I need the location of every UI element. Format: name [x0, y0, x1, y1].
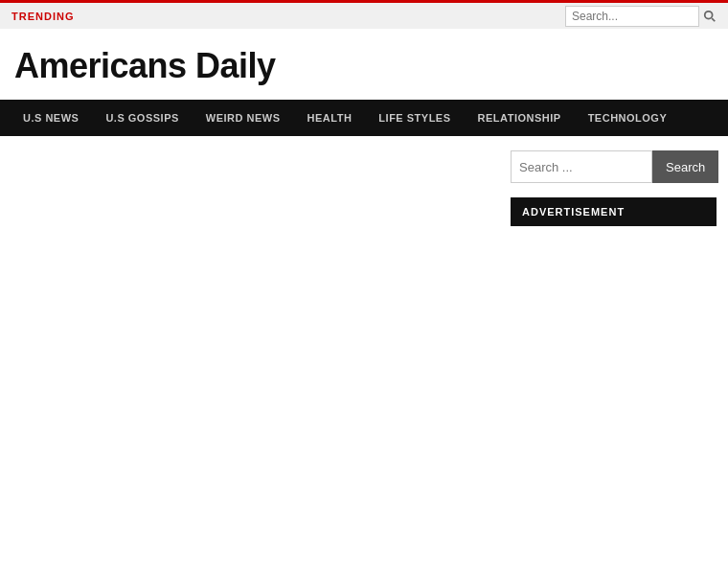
- nav-item-health[interactable]: HEALTH: [294, 100, 366, 136]
- trending-label: TRENDING: [11, 11, 74, 22]
- top-search-form: [565, 6, 717, 27]
- main-nav: U.S NEWSU.S GOSSIPSWEIRD NEWSHEALTHLIFE …: [0, 100, 728, 136]
- sidebar: Search ADVERTISEMENT: [511, 150, 717, 534]
- site-title: Americans Daily: [14, 46, 714, 86]
- nav-item-technology[interactable]: TECHNOLOGY: [575, 100, 681, 136]
- sidebar-search-box: Search: [511, 150, 717, 183]
- nav-item-us-gossips[interactable]: U.S GOSSIPS: [92, 100, 192, 136]
- nav-item-relationship[interactable]: RELATIONSHIP: [465, 100, 575, 136]
- sidebar-search-input[interactable]: [511, 150, 652, 183]
- search-icon: [703, 10, 717, 23]
- top-search-input[interactable]: [565, 6, 699, 27]
- main-content: [11, 150, 496, 534]
- top-search-button[interactable]: [703, 10, 717, 23]
- nav-item-life-styles[interactable]: LIFE STYLES: [365, 100, 464, 136]
- top-bar: TRENDING: [0, 0, 728, 29]
- svg-point-0: [705, 11, 713, 18]
- sidebar-search-button[interactable]: Search: [652, 150, 718, 183]
- nav-item-us-news[interactable]: U.S NEWS: [10, 100, 92, 136]
- content-area: Search ADVERTISEMENT: [0, 136, 728, 548]
- advertisement-box: ADVERTISEMENT: [511, 197, 717, 226]
- site-header: Americans Daily: [0, 29, 728, 100]
- nav-item-weird-news[interactable]: WEIRD NEWS: [193, 100, 294, 136]
- svg-line-1: [712, 18, 715, 21]
